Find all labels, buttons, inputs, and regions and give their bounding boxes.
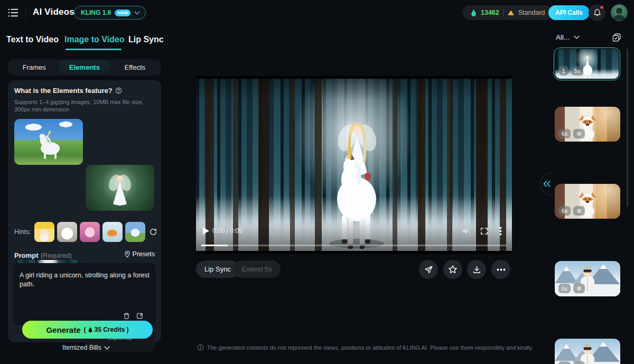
tab-lip-sync[interactable]: Lip Sync <box>128 35 164 44</box>
mute-icon[interactable] <box>462 227 470 235</box>
bell-icon <box>593 8 601 17</box>
prompt-label: Prompt <box>14 251 39 259</box>
hint-thumb-cartoon-cat[interactable] <box>80 222 100 242</box>
header-divider <box>25 6 26 19</box>
more-actions-button[interactable] <box>491 260 510 279</box>
download-icon <box>472 265 481 274</box>
extend-label: Extend 5s <box>241 265 272 273</box>
badge-gear-icon: ⚙ <box>573 284 584 293</box>
player-more-icon[interactable] <box>499 227 502 236</box>
itemized-bills-label: Itemized Bills <box>62 344 101 351</box>
tab-effects[interactable]: Effects <box>110 60 160 74</box>
history-item-selected[interactable]: 1 5s <box>554 48 620 80</box>
history-item[interactable]: 6s ⚙ <box>555 339 620 364</box>
model-name: KLING 1.6 <box>81 9 111 16</box>
duration-badge: 6s <box>558 129 571 138</box>
hint-thumb-old-man[interactable] <box>34 222 54 242</box>
multi-select-icon[interactable] <box>612 33 621 42</box>
time-display: 0:00 / 0:05 <box>212 227 243 235</box>
index-badge: 1 <box>559 66 568 76</box>
notification-dot <box>600 5 604 10</box>
generate-label: Generate <box>46 325 80 334</box>
polish-prompt-icon[interactable] <box>136 312 144 320</box>
help-question-icon[interactable] <box>115 87 122 94</box>
hint-thumb-goldfish[interactable] <box>102 222 123 242</box>
credits-plan-pill[interactable]: 13462 Standard <box>463 5 553 20</box>
prompt-required: (Required) <box>41 252 72 259</box>
fullscreen-icon[interactable] <box>480 227 488 235</box>
pin-icon <box>124 250 130 258</box>
page-title: AI Videos <box>33 7 74 17</box>
generate-credits: 35 Credits <box>95 326 125 333</box>
new-badge: NEW <box>115 10 130 16</box>
player-controls: 0:00 / 0:05 <box>196 221 512 254</box>
history-item[interactable]: 6s ⚙ <box>555 107 620 142</box>
tab-frames[interactable]: Frames <box>9 60 59 74</box>
paren-close: ) <box>127 326 129 333</box>
element-image-unicorn-painting[interactable] <box>14 119 83 165</box>
mode-segmented-control: Frames Elements Effects <box>8 59 161 76</box>
prompt-label-row: Prompt (Required) <box>14 250 72 260</box>
filter-label: All... <box>556 33 570 41</box>
lip-sync-label: Lip Sync <box>204 265 231 273</box>
avatar[interactable] <box>611 4 628 21</box>
download-button[interactable] <box>467 260 486 279</box>
top-vignette <box>196 79 512 100</box>
feature-description: Supports 1–4 jpg/png images, 10MB max fi… <box>14 98 151 113</box>
star-icon <box>448 265 458 274</box>
standard-plan-icon <box>507 10 515 16</box>
favorite-button[interactable] <box>443 260 462 279</box>
paren-open: ( <box>84 326 86 333</box>
disclaimer-text: The generated contents do not represent … <box>207 344 534 351</box>
element-image-fairy[interactable] <box>86 165 154 211</box>
menu-icon[interactable] <box>7 7 19 18</box>
duration-badge: 6s <box>558 284 571 293</box>
presets-label: Presets <box>133 250 155 258</box>
clear-prompt-icon[interactable] <box>123 312 130 320</box>
share-button[interactable] <box>419 260 438 279</box>
paper-plane-icon <box>424 265 433 274</box>
kling-ai-videos-app: AI Videos KLING 1.6 NEW 13462 Standard A… <box>0 0 634 364</box>
history-item[interactable]: 6s ⚙ <box>555 261 620 296</box>
api-calls-button[interactable]: API Calls <box>548 5 590 20</box>
feature-title-row: What is the Elements feature? <box>14 87 122 95</box>
refresh-hints-icon[interactable] <box>149 228 157 236</box>
chevron-down-icon <box>134 11 140 15</box>
history-thumb-unicorn: 1 5s <box>555 49 619 79</box>
history-item[interactable]: 6s ⚙ <box>555 184 620 219</box>
hint-thumb-puppy[interactable] <box>57 222 77 242</box>
prompt-textarea[interactable]: A girl riding a unicorn, strolling along… <box>13 263 156 325</box>
tab-elements[interactable]: Elements <box>59 60 109 74</box>
history-filter-dropdown[interactable]: All... <box>556 33 580 41</box>
progress-bar[interactable] <box>201 245 507 246</box>
play-button[interactable] <box>202 227 209 235</box>
info-icon <box>197 344 204 351</box>
double-chevron-left-icon <box>543 180 551 188</box>
tab-text-to-video[interactable]: Text to Video <box>6 35 59 44</box>
credit-drop-icon <box>470 9 477 17</box>
hint-thumb-unicorn[interactable] <box>125 222 145 242</box>
feature-title: What is the Elements feature? <box>14 87 113 95</box>
pill-divider <box>503 9 504 16</box>
collapse-sidebar-handle[interactable] <box>540 172 553 195</box>
notifications-button[interactable] <box>589 4 605 21</box>
sidebar-scrollbar[interactable] <box>627 49 628 207</box>
plan-label: Standard <box>518 9 545 16</box>
elements-panel: What is the Elements feature? Supports 1… <box>8 80 161 342</box>
itemized-bills-toggle[interactable]: Itemized Bills <box>62 344 110 351</box>
badge-gear-icon: ⚙ <box>573 206 584 216</box>
extend-5s-button[interactable]: Extend 5s <box>233 260 281 278</box>
video-player[interactable]: 0:00 / 0:05 <box>196 76 512 254</box>
generate-drop-icon <box>88 326 93 333</box>
credits-count: 13462 <box>481 9 499 16</box>
presets-button[interactable]: Presets <box>124 250 155 258</box>
footer-disclaimer: The generated contents do not represent … <box>196 344 534 351</box>
generate-button[interactable]: Generate ( 35 Credits ) <box>22 321 153 339</box>
hints-label: Hints: <box>14 228 31 236</box>
tab-image-to-video[interactable]: Image to Video <box>64 35 125 44</box>
badge-gear-icon: ⚙ <box>573 129 584 138</box>
duration-badge: 5s <box>571 66 583 76</box>
model-selector[interactable]: KLING 1.6 NEW <box>74 6 146 20</box>
duration-badge: 6s <box>558 206 571 216</box>
badge-gear-icon: ⚙ <box>573 361 584 364</box>
